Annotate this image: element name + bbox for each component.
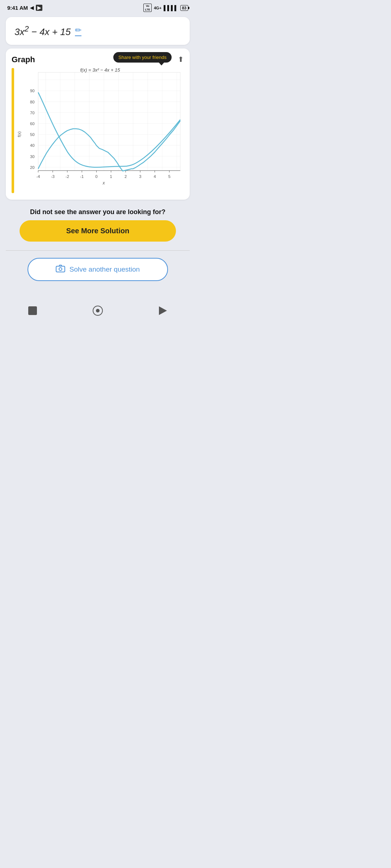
svg-text:x: x [102, 180, 105, 186]
network-label: VoLTE [143, 4, 152, 12]
svg-text:f(x): f(x) [17, 131, 21, 137]
svg-text:20: 20 [30, 165, 34, 170]
svg-text:f(x) = 3x² − 4x + 15: f(x) = 3x² − 4x + 15 [80, 68, 120, 73]
triangle-icon [159, 306, 167, 315]
svg-text:2: 2 [125, 174, 127, 179]
status-left: 9:41 AM ◀ ▶ [7, 5, 42, 11]
input-card: 3x2 − 4x + 15 ✏ [6, 17, 190, 45]
math-expression: 3x2 − 4x + 15 [14, 24, 71, 38]
svg-text:-3: -3 [51, 174, 55, 179]
graph-title: Graph [12, 55, 35, 64]
status-bar: 9:41 AM ◀ ▶ VoLTE 4G+ ▌▌▌▌ 83 [0, 0, 196, 14]
svg-text:30: 30 [30, 154, 34, 158]
graph-svg-wrap: f(x) = 3x² − 4x + 15 20 30 40 50 60 70 8… [16, 68, 184, 193]
nav-home-button[interactable] [91, 304, 104, 317]
section-divider [6, 250, 190, 251]
svg-text:5: 5 [168, 174, 171, 179]
status-right: VoLTE 4G+ ▌▌▌▌ 83 [143, 4, 188, 12]
svg-text:0: 0 [95, 174, 97, 179]
camera-icon [56, 264, 65, 275]
edit-icon[interactable]: ✏ [75, 26, 81, 36]
nav-back-button[interactable] [26, 304, 39, 317]
see-more-solution-button[interactable]: See More Solution [20, 220, 176, 242]
svg-text:40: 40 [30, 143, 34, 148]
svg-text:-2: -2 [66, 174, 69, 179]
svg-text:60: 60 [30, 122, 34, 126]
solve-another-button[interactable]: Solve another question [28, 258, 168, 281]
battery-indicator: 83 [180, 5, 188, 11]
graph-inner: f(x) = 3x² − 4x + 15 20 30 40 50 60 70 8… [12, 68, 184, 193]
svg-text:90: 90 [30, 89, 34, 93]
svg-text:70: 70 [30, 111, 34, 115]
yellow-accent-bar [12, 68, 14, 193]
svg-text:-1: -1 [80, 174, 84, 179]
bottom-navigation [0, 295, 196, 323]
svg-text:4: 4 [154, 174, 156, 179]
square-icon [28, 306, 37, 315]
svg-text:3: 3 [139, 174, 141, 179]
media-icon: ▶ [36, 5, 42, 11]
svg-point-35 [59, 268, 62, 271]
svg-text:1: 1 [110, 174, 112, 179]
svg-text:80: 80 [30, 99, 34, 104]
share-tooltip: Share with your friends [113, 52, 172, 63]
graph-card: Share with your friends Graph ⬆ f(x) = 3… [6, 48, 190, 200]
location-icon: ◀ [30, 5, 34, 10]
signal-bars: ▌▌▌▌ [164, 5, 178, 11]
network-strength: 4G+ [154, 6, 161, 10]
did-not-see-text: Did not see the answer you are looking f… [6, 208, 190, 216]
graph-svg: f(x) = 3x² − 4x + 15 20 30 40 50 60 70 8… [16, 68, 184, 193]
svg-rect-1 [38, 72, 180, 171]
nav-recent-button[interactable] [156, 304, 169, 317]
circle-icon [93, 306, 103, 316]
time-display: 9:41 AM [7, 5, 28, 11]
svg-text:-4: -4 [36, 174, 40, 179]
solve-another-label: Solve another question [70, 265, 140, 273]
svg-text:50: 50 [30, 132, 34, 137]
svg-rect-34 [56, 266, 65, 272]
share-button[interactable]: ⬆ [178, 55, 184, 64]
